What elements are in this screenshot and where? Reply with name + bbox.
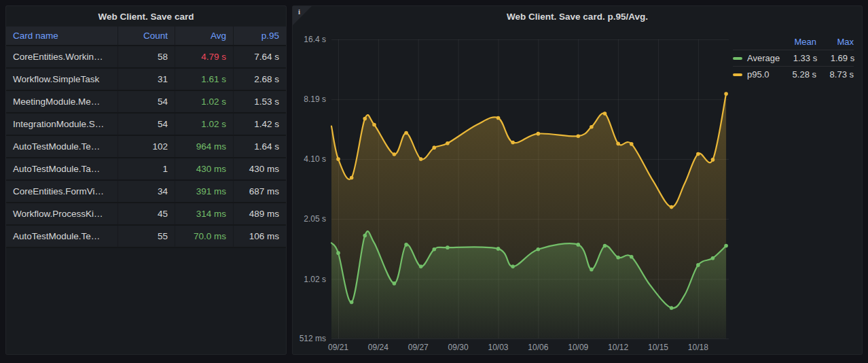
cell-avg: 964 ms [175,136,234,158]
column-header-avg[interactable]: Avg [175,27,234,46]
panel-info-corner[interactable] [293,6,312,25]
data-point [419,157,423,161]
legend-column-max: Max [816,37,854,47]
data-point [363,117,367,121]
svg-text:2.05 s: 2.05 s [304,214,326,224]
cell-card-name: MeetingModule.Me… [6,91,118,114]
cell-p95: 1.53 s [234,91,286,114]
cell-p95: 430 ms [234,158,286,181]
x-axis-labels: 09/2109/2409/2709/3010/0310/0610/0910/12… [328,343,708,352]
svg-text:09/30: 09/30 [448,343,469,352]
data-point [590,268,594,272]
cell-avg: 1.02 s [175,91,234,114]
cell-card-name: AutoTestModule.Te… [6,226,118,248]
data-point [446,245,450,249]
legend-header-row: MeanMax [733,33,854,50]
table-panel: Web Client. Save card Card nameCountAvgp… [5,5,287,355]
data-point [696,152,700,156]
table-row: AutoTestModule.Ta…1430 ms430 ms [6,158,286,181]
table-row: MeetingModule.Me…541.02 s1.53 s [6,91,286,114]
data-point [590,125,594,129]
y-axis-labels: 16.4 s8.19 s4.10 s2.05 s1.02 s512 ms [300,35,326,343]
table-panel-title[interactable]: Web Client. Save card [6,6,286,27]
svg-text:10/15: 10/15 [648,343,668,352]
svg-text:09/21: 09/21 [328,343,348,352]
table-row: CoreEntities.Workin…584.79 s7.64 s [6,46,286,69]
data-point [630,142,634,146]
cell-avg: 4.79 s [175,46,234,69]
card-table: Card nameCountAvgp.95CoreEntities.Workin… [6,27,286,248]
column-header-count[interactable]: Count [118,27,175,46]
cell-avg: 1.61 s [175,69,234,91]
data-point [630,255,634,259]
table-row: CoreEntities.FormVi…34391 ms687 ms [6,181,286,203]
data-point [616,142,620,146]
table-row: AutoTestModule.Te…102964 ms1.64 s [6,136,286,158]
svg-text:09/27: 09/27 [408,343,429,352]
data-point [576,243,580,247]
cell-count: 1 [118,158,175,181]
legend-series-label[interactable]: p95.0 [733,69,779,80]
info-icon[interactable]: i [298,7,300,16]
data-point [336,251,340,255]
cell-count: 102 [118,136,175,158]
data-point [404,131,408,135]
svg-text:10/03: 10/03 [488,343,508,352]
cell-p95: 7.64 s [234,46,286,69]
cell-p95: 2.68 s [234,69,286,91]
legend-row-average: Average1.33 s1.69 s [733,50,854,66]
cell-count: 54 [118,91,175,114]
chart-panel-title[interactable]: Web Client. Save card. p.95/Avg. [293,6,862,27]
cell-avg: 391 ms [175,181,234,203]
data-point [446,141,450,145]
data-point [616,256,620,260]
data-point [363,234,367,238]
data-point [511,141,515,145]
data-point [404,243,408,247]
cell-card-name: IntegrationModule.S… [6,114,118,136]
data-point [603,244,607,248]
legend-series-name: Average [747,53,780,63]
data-point [670,306,674,310]
chart-legend: MeanMaxAverage1.33 s1.69 sp95.05.28 s8.7… [733,33,854,82]
cell-card-name: CoreEntities.Workin… [6,46,118,69]
data-point [393,152,397,156]
legend-mean-value: 5.28 s [779,69,816,80]
cell-card-name: AutoTestModule.Te… [6,136,118,158]
data-point [603,111,607,116]
column-header-card-name[interactable]: Card name [6,27,118,46]
column-header-p-95[interactable]: p.95 [234,27,286,46]
legend-series-label[interactable]: Average [733,53,780,63]
cell-avg: 430 ms [175,158,234,181]
data-point [696,263,700,267]
chart-panel: i Web Client. Save card. p.95/Avg. 16.4 … [292,5,863,355]
data-point [724,92,728,96]
svg-text:10/12: 10/12 [608,343,628,352]
legend-series-name: p95.0 [747,69,770,80]
legend-max-value: 1.69 s [817,53,854,63]
data-point [576,134,580,138]
data-point [433,145,437,150]
table-row: IntegrationModule.S…541.02 s1.42 s [6,114,286,136]
legend-series-swatch [733,73,742,76]
cell-avg: 1.02 s [175,114,234,136]
svg-text:8.19 s: 8.19 s [304,94,326,104]
cell-card-name: CoreEntities.FormVi… [6,181,118,203]
data-point [336,157,340,161]
cell-p95: 1.64 s [234,136,286,158]
data-point [496,247,501,251]
data-point [537,247,541,252]
data-point [711,158,715,162]
data-point [350,176,354,180]
cell-count: 45 [118,203,175,226]
data-point [350,300,354,305]
cell-p95: 687 ms [234,181,286,203]
legend-row-p95-0: p95.05.28 s8.73 s [733,66,854,82]
table-header-row: Card nameCountAvgp.95 [6,27,286,46]
cell-count: 54 [118,114,175,136]
cell-card-name: Workflow.ProcessKi… [6,203,118,226]
svg-text:10/06: 10/06 [528,343,548,352]
data-point [393,281,397,286]
data-point [724,244,728,248]
cell-count: 55 [118,226,175,248]
